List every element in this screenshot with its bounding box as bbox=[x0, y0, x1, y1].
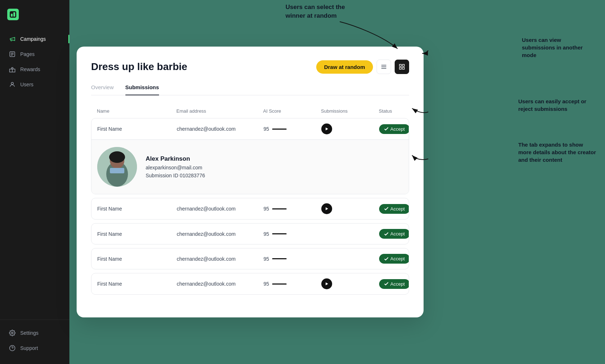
row-name-1: First Name bbox=[97, 126, 177, 132]
row-actions-3: Accept Reject bbox=[379, 229, 409, 239]
play-button-1[interactable] bbox=[321, 124, 332, 134]
row-main-5[interactable]: First Name chernandez@outlook.com 95 Acc… bbox=[91, 273, 409, 294]
svg-rect-0 bbox=[10, 11, 16, 18]
svg-rect-27 bbox=[110, 168, 124, 173]
main-content: Dress up like barbie Draw at random bbox=[69, 0, 605, 364]
draw-at-random-button[interactable]: Draw at random bbox=[316, 60, 373, 74]
row-email-4: chernandez@outlook.com bbox=[177, 256, 263, 262]
svg-point-9 bbox=[11, 82, 13, 84]
card-header: Dress up like barbie Draw at random bbox=[91, 60, 409, 74]
table-row: First Name chernandez@outlook.com 95 Acc… bbox=[91, 273, 409, 295]
row-ai-score-1: 95 bbox=[263, 126, 321, 132]
score-bar-1 bbox=[272, 129, 287, 130]
row-actions-1: Accept Reject bbox=[379, 124, 409, 134]
score-bar-2 bbox=[272, 208, 287, 209]
avatar-1 bbox=[97, 147, 137, 187]
logo-icon bbox=[7, 9, 19, 20]
row-name-2: First Name bbox=[97, 206, 177, 212]
sidebar: Campaings Pages Rewards bbox=[0, 0, 69, 364]
support-icon bbox=[9, 344, 16, 352]
row-main-1[interactable]: First Name chernandez@outlook.com 95 Acc… bbox=[91, 118, 409, 139]
row-play-5[interactable] bbox=[321, 278, 379, 289]
settings-icon bbox=[9, 329, 16, 337]
gift-icon bbox=[9, 66, 16, 73]
row-main-4[interactable]: First Name chernandez@outlook.com 95 Acc… bbox=[91, 248, 409, 269]
sidebar-item-users-label: Users bbox=[20, 82, 34, 87]
sidebar-logo bbox=[0, 9, 69, 32]
expanded-email-1: alexparkinson@mail.com bbox=[146, 165, 205, 170]
accept-button-1[interactable]: Accept bbox=[379, 124, 409, 134]
col-status: Status bbox=[379, 108, 403, 114]
svg-marker-28 bbox=[326, 207, 328, 210]
row-email-1: chernandez@outlook.com bbox=[177, 126, 263, 132]
file-icon bbox=[9, 51, 16, 58]
sidebar-item-settings[interactable]: Settings bbox=[4, 326, 65, 340]
accept-button-3[interactable]: Accept bbox=[379, 229, 409, 239]
sidebar-item-pages[interactable]: Pages bbox=[4, 47, 65, 61]
svg-rect-18 bbox=[399, 68, 401, 69]
tab-overview[interactable]: Overview bbox=[91, 84, 114, 95]
row-email-5: chernandez@outlook.com bbox=[177, 281, 263, 287]
col-email: Email address bbox=[176, 108, 263, 114]
svg-rect-2 bbox=[13, 12, 15, 17]
row-main-2[interactable]: First Name chernandez@outlook.com 95 Acc… bbox=[91, 198, 409, 219]
table-header: Name Email address AI Score Submissions … bbox=[91, 105, 409, 117]
svg-rect-1 bbox=[11, 14, 13, 17]
col-submissions: Submissions bbox=[321, 108, 379, 114]
svg-rect-19 bbox=[403, 68, 404, 69]
row-ai-score-4: 95 bbox=[263, 256, 321, 262]
sidebar-item-support-label: Support bbox=[20, 345, 38, 351]
row-main-3[interactable]: First Name chernandez@outlook.com 95 Acc… bbox=[91, 224, 409, 244]
table-row: First Name chernandez@outlook.com 95 Acc… bbox=[91, 223, 409, 244]
row-name-4: First Name bbox=[97, 256, 177, 262]
user-icon bbox=[9, 81, 16, 88]
sidebar-item-settings-label: Settings bbox=[20, 330, 39, 336]
accept-button-4[interactable]: Accept bbox=[379, 254, 409, 264]
main-card: Dress up like barbie Draw at random bbox=[77, 47, 424, 317]
row-actions-4: Accept Reject bbox=[379, 254, 409, 264]
grid-icon-button[interactable] bbox=[395, 60, 409, 74]
play-button-5[interactable] bbox=[321, 278, 332, 289]
row-play-1[interactable] bbox=[321, 124, 379, 134]
svg-rect-16 bbox=[399, 64, 401, 66]
accept-button-5[interactable]: Accept bbox=[379, 279, 409, 289]
sidebar-item-rewards-label: Rewards bbox=[20, 66, 40, 72]
sidebar-item-rewards[interactable]: Rewards bbox=[4, 62, 65, 77]
expanded-info-1: Alex Parkinson alexparkinson@mail.com Su… bbox=[146, 147, 205, 187]
svg-marker-35 bbox=[326, 282, 328, 285]
sidebar-nav: Campaings Pages Rewards bbox=[0, 32, 69, 314]
row-ai-score-2: 95 bbox=[263, 206, 321, 212]
svg-point-26 bbox=[109, 151, 125, 163]
svg-rect-17 bbox=[403, 64, 404, 66]
expanded-id-1: Submission ID 010283776 bbox=[146, 173, 205, 178]
accept-button-2[interactable]: Accept bbox=[379, 204, 409, 214]
score-bar-3 bbox=[272, 233, 287, 234]
svg-marker-20 bbox=[326, 127, 328, 130]
sidebar-bottom: Settings Support bbox=[0, 320, 69, 355]
play-button-2[interactable] bbox=[321, 203, 332, 214]
sidebar-item-users[interactable]: Users bbox=[4, 77, 65, 92]
menu-icon-button[interactable] bbox=[377, 60, 391, 74]
expanded-name-1: Alex Parkinson bbox=[146, 155, 205, 162]
col-name: Name bbox=[97, 108, 176, 114]
sidebar-item-support[interactable]: Support bbox=[4, 341, 65, 355]
row-name-5: First Name bbox=[97, 281, 177, 287]
row-ai-score-5: 95 bbox=[263, 281, 321, 287]
row-play-2[interactable] bbox=[321, 203, 379, 214]
row-actions-5: Accept Reject bbox=[379, 279, 409, 289]
tab-bar: Overview Submissions bbox=[91, 84, 409, 95]
card-actions: Draw at random bbox=[316, 60, 409, 74]
tab-submissions[interactable]: Submissions bbox=[125, 84, 159, 95]
row-expanded-1: Alex Parkinson alexparkinson@mail.com Su… bbox=[91, 139, 409, 194]
table-row: First Name chernandez@outlook.com 95 Acc… bbox=[91, 198, 409, 220]
table-row: First Name chernandez@outlook.com 95 Acc… bbox=[91, 248, 409, 269]
row-email-3: chernandez@outlook.com bbox=[177, 231, 263, 237]
sidebar-item-campaigns-label: Campaings bbox=[20, 36, 46, 42]
page-title: Dress up like barbie bbox=[91, 61, 187, 73]
sidebar-item-campaigns[interactable]: Campaings bbox=[4, 32, 65, 46]
sidebar-item-pages-label: Pages bbox=[20, 51, 35, 57]
col-ai-score: AI Score bbox=[263, 108, 321, 114]
table-row: First Name chernandez@outlook.com 95 Acc… bbox=[91, 118, 409, 194]
score-bar-5 bbox=[272, 283, 287, 285]
megaphone-icon bbox=[9, 35, 16, 43]
